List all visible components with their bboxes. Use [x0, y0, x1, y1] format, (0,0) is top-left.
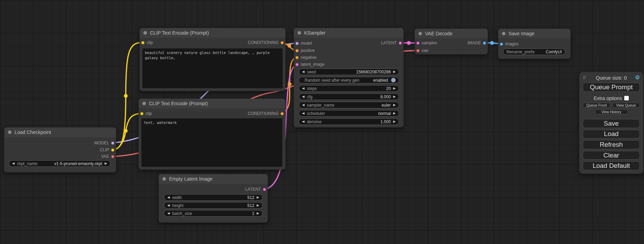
node-titlebar[interactable]: Save Image	[498, 29, 571, 38]
clip-slot-dot[interactable]	[141, 41, 144, 44]
latent-slot-dot[interactable]	[263, 188, 266, 191]
output-slot-conditioning[interactable]: CONDITIONING	[248, 110, 284, 117]
decrement-icon[interactable]: ◀	[302, 120, 305, 123]
sampler-name-widget[interactable]: ◀ sampler_name euler ▶	[299, 102, 399, 108]
prompt-textarea[interactable]: beautiful scenery nature glass bottle la…	[142, 48, 283, 88]
input-slot-clip[interactable]: clip	[140, 110, 152, 117]
conditioning-slot-dot[interactable]	[281, 112, 284, 115]
output-slot-model[interactable]: MODEL	[94, 139, 114, 146]
increment-icon[interactable]: ▶	[257, 212, 259, 215]
output-slot-latent[interactable]: LATENT	[245, 186, 266, 193]
drag-handle-icon[interactable]: ⠿	[583, 75, 586, 80]
vae-slot-dot[interactable]	[111, 155, 114, 158]
link-midpoint-dot[interactable]	[490, 41, 494, 45]
save-button[interactable]: Save	[583, 119, 640, 128]
input-slot-positive[interactable]: positive	[295, 47, 315, 54]
load-button[interactable]: Load	[583, 130, 640, 139]
height-widget[interactable]: ◀ height 512 ▶	[164, 202, 263, 209]
node-empty-latent-image[interactable]: Empty Latent Image LATENT ◀ width 512 ▶ …	[159, 174, 268, 223]
link-midpoint-dot[interactable]	[124, 94, 128, 98]
node-titlebar[interactable]: Load Checkpoint	[4, 127, 116, 137]
decrement-icon[interactable]: ◀	[302, 103, 305, 107]
collapse-dot-icon[interactable]	[298, 31, 301, 35]
link-midpoint-dot[interactable]	[407, 41, 411, 45]
latent-slot-dot[interactable]	[295, 63, 299, 66]
decrement-icon[interactable]: ◀	[167, 212, 170, 215]
increment-icon[interactable]: ▶	[257, 204, 259, 207]
collapse-dot-icon[interactable]	[143, 31, 147, 35]
random-seed-widget[interactable]: Random seed after every gen enabled	[299, 77, 399, 83]
conditioning-slot-dot[interactable]	[295, 56, 299, 59]
link-midpoint-dot[interactable]	[288, 44, 291, 48]
increment-icon[interactable]: ▶	[393, 70, 396, 73]
input-slot-negative[interactable]: negative	[295, 54, 316, 61]
collapse-dot-icon[interactable]	[142, 102, 146, 105]
link-midpoint-dot[interactable]	[288, 82, 292, 86]
decrement-icon[interactable]: ◀	[302, 95, 305, 98]
node-graph-canvas[interactable]: Load Checkpoint MODEL CLIP VAE ◀ ckpt_na…	[0, 0, 644, 244]
input-slot-latent-image[interactable]: latent_image	[295, 61, 325, 68]
refresh-button[interactable]: Refresh	[583, 140, 640, 149]
denoise-widget[interactable]: ◀ denoise 1.000 ▶	[299, 118, 399, 125]
output-slot-image[interactable]: IMAGE	[467, 39, 486, 46]
steps-widget[interactable]: ◀ steps 20 ▶	[299, 85, 399, 92]
increment-icon[interactable]: ▶	[393, 103, 396, 107]
seed-widget[interactable]: ◀ seed 156680208700286 ▶	[299, 69, 399, 75]
collapse-dot-icon[interactable]	[502, 32, 505, 35]
queue-front-button[interactable]: Queue Front	[583, 103, 610, 108]
conditioning-slot-dot[interactable]	[295, 49, 299, 52]
collapse-dot-icon[interactable]	[8, 130, 11, 134]
collapse-dot-icon[interactable]	[418, 32, 422, 35]
output-slot-latent[interactable]: LATENT	[381, 39, 402, 46]
conditioning-slot-dot[interactable]	[281, 41, 284, 44]
filename-prefix-widget[interactable]: filename_prefix ComfyUI	[503, 48, 565, 55]
decrement-icon[interactable]: ◀	[12, 162, 15, 165]
input-slot-clip[interactable]: clip	[141, 39, 153, 46]
decrement-icon[interactable]: ◀	[167, 204, 170, 207]
model-slot-dot[interactable]	[111, 142, 114, 145]
model-slot-dot[interactable]	[295, 42, 299, 45]
queue-prompt-button[interactable]: Queue Prompt	[583, 83, 640, 92]
node-save-image[interactable]: Save Image images filename_prefix ComfyU…	[498, 29, 571, 59]
node-clip-text-encode-positive[interactable]: CLIP Text Encode (Prompt) clip CONDITION…	[140, 28, 285, 91]
collapse-dot-icon[interactable]	[162, 177, 166, 181]
latent-slot-dot[interactable]	[416, 42, 420, 45]
scheduler-widget[interactable]: ◀ scheduler normal ▶	[299, 110, 399, 117]
cfg-widget[interactable]: ◀ cfg 8.000 ▶	[299, 93, 399, 100]
image-slot-dot[interactable]	[500, 43, 503, 46]
batch-size-widget[interactable]: ◀ batch_size 1 ▶	[164, 210, 263, 217]
image-slot-dot[interactable]	[483, 42, 486, 45]
node-vae-decode[interactable]: VAE Decode samples vae IMAGE	[415, 29, 488, 54]
increment-icon[interactable]: ▶	[393, 112, 396, 115]
ckpt-name-widget[interactable]: ◀ ckpt_name v1-5-pruned-emaonly.ckpt ▶	[9, 160, 111, 167]
clear-button[interactable]: Clear	[583, 151, 640, 160]
load-default-button[interactable]: Load Default	[583, 161, 640, 170]
output-slot-clip[interactable]: CLIP	[100, 146, 114, 153]
input-slot-samples[interactable]: samples	[416, 39, 437, 46]
increment-icon[interactable]: ▶	[393, 120, 396, 123]
latent-slot-dot[interactable]	[399, 42, 402, 45]
decrement-icon[interactable]: ◀	[302, 87, 305, 90]
vae-slot-dot[interactable]	[416, 49, 420, 52]
link-midpoint-dot[interactable]	[124, 129, 128, 133]
settings-gear-icon[interactable]: ⚙	[635, 75, 640, 80]
increment-icon[interactable]: ▶	[393, 95, 396, 98]
prompt-textarea[interactable]: text, watermark	[141, 118, 282, 167]
clip-slot-dot[interactable]	[140, 112, 143, 115]
input-slot-images[interactable]: images	[500, 40, 519, 47]
view-queue-button[interactable]: View Queue	[612, 103, 640, 108]
decrement-icon[interactable]: ◀	[167, 196, 170, 199]
output-slot-vae[interactable]: VAE	[101, 153, 114, 160]
clip-slot-dot[interactable]	[111, 148, 114, 152]
increment-icon[interactable]: ▶	[393, 87, 396, 90]
extra-options-checkbox[interactable]	[624, 96, 629, 100]
node-titlebar[interactable]: KSampler	[294, 28, 404, 38]
input-slot-model[interactable]: model	[295, 40, 312, 47]
node-titlebar[interactable]: CLIP Text Encode (Prompt)	[140, 28, 285, 38]
node-titlebar[interactable]: CLIP Text Encode (Prompt)	[139, 99, 285, 108]
increment-icon[interactable]: ▶	[257, 196, 259, 199]
width-widget[interactable]: ◀ width 512 ▶	[164, 194, 263, 201]
node-ksampler[interactable]: KSampler model positive negative latent_…	[294, 28, 404, 127]
node-clip-text-encode-negative[interactable]: CLIP Text Encode (Prompt) clip CONDITION…	[139, 99, 285, 170]
node-load-checkpoint[interactable]: Load Checkpoint MODEL CLIP VAE ◀ ckpt_na…	[4, 127, 116, 172]
